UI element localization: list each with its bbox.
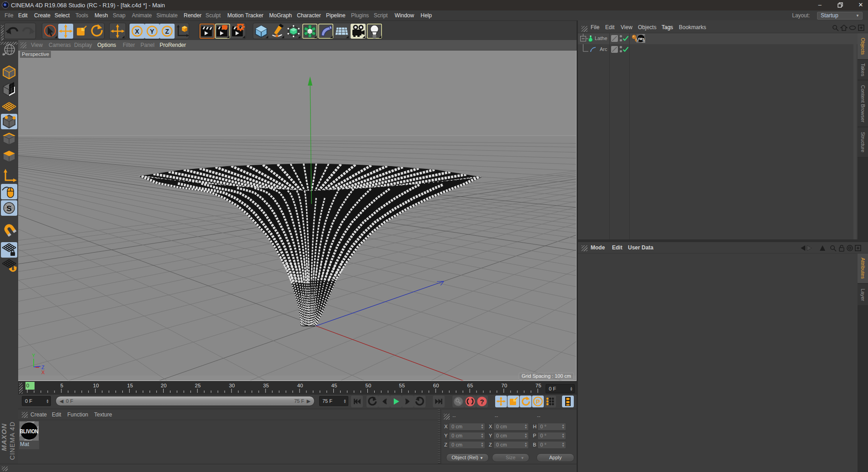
svg-text:BLIVION: BLIVION [20, 428, 38, 435]
svg-text:50: 50 [366, 383, 371, 388]
svg-text:5: 5 [60, 383, 63, 388]
svg-text:Y: Y [150, 28, 155, 35]
svg-text:25: 25 [195, 383, 201, 388]
svg-text:60: 60 [433, 383, 439, 388]
svg-text:30: 30 [229, 383, 235, 388]
svg-text:X: X [41, 370, 45, 375]
svg-text:40: 40 [297, 383, 303, 388]
svg-text:10: 10 [93, 383, 99, 388]
svg-text:0: 0 [26, 383, 29, 388]
svg-text:45: 45 [331, 383, 337, 388]
svg-text:15: 15 [127, 383, 133, 388]
svg-text:Y: Y [32, 353, 35, 358]
svg-text:ƒMʒ: ƒMʒ [637, 37, 644, 41]
svg-text:70: 70 [502, 383, 507, 388]
svg-text:X: X [135, 28, 140, 35]
svg-text:20: 20 [161, 383, 167, 388]
svg-text:65: 65 [467, 383, 473, 388]
svg-text:P: P [536, 398, 540, 405]
svg-text:Z: Z [165, 28, 169, 35]
svg-text:?: ? [480, 398, 484, 406]
svg-text:S: S [6, 204, 11, 213]
svg-text:75: 75 [536, 383, 542, 388]
svg-text:35: 35 [263, 383, 269, 388]
svg-text:55: 55 [399, 383, 405, 388]
